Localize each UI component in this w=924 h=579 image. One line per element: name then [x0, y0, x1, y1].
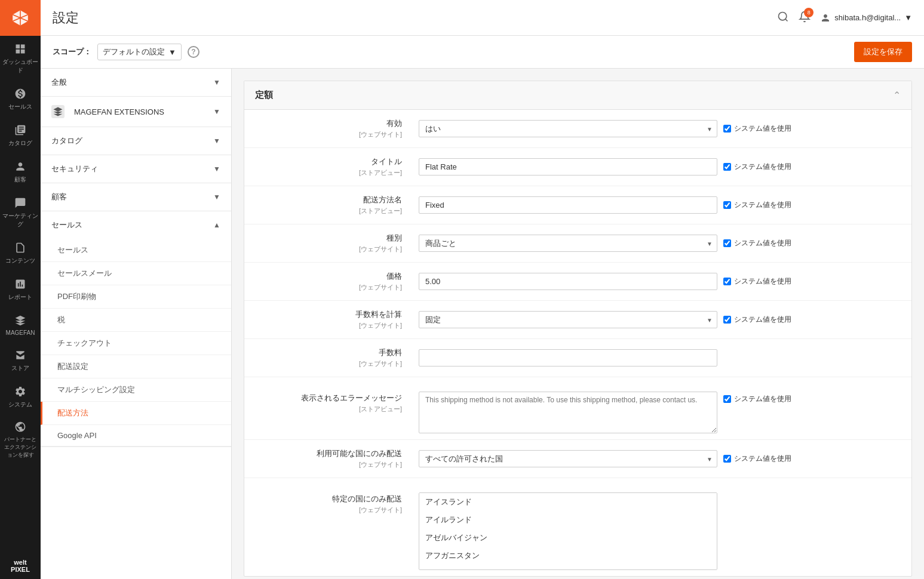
system-value-method-name-checkbox[interactable]	[723, 201, 731, 209]
section-toggle-button[interactable]: ⌃	[893, 90, 901, 101]
form-label-ship-applicable: 利用可能な国にのみ配送 [ウェブサイト]	[244, 440, 412, 478]
method-name-input[interactable]	[419, 196, 717, 214]
list-item[interactable]: アフガニスタン	[419, 547, 717, 565]
system-value-method-name[interactable]: システム値を使用	[723, 200, 791, 210]
type-select-wrap: 商品ごと 注文ごと ▼	[419, 235, 717, 252]
svg-rect-0	[16, 45, 20, 49]
sidebar-item-system[interactable]: システム	[0, 378, 41, 415]
form-field-handling-fee	[412, 339, 911, 377]
welt-logo: weltPIXEL	[11, 559, 30, 573]
svg-rect-1	[21, 45, 25, 49]
list-item[interactable]: アゼルバイジャン	[419, 529, 717, 547]
form-row-enabled: 有効 [ウェブサイト] はい いいえ ▼	[244, 110, 911, 148]
store-icon	[12, 348, 29, 362]
form-row-title: タイトル [ストアビュー] システム値を使用	[244, 148, 911, 186]
sidebar-item-sales[interactable]: セールス	[0, 81, 41, 117]
chevron-down-icon: ▼	[213, 78, 220, 87]
sidebar-item-customer[interactable]: 顧客	[0, 153, 41, 190]
topbar-right: 8 shibata.h@digital... ▼	[777, 11, 912, 24]
user-menu[interactable]: shibata.h@digital... ▼	[820, 13, 912, 23]
nav-sub-sales[interactable]: セールス	[41, 239, 231, 262]
nav-sub-checkout[interactable]: チェックアウト	[41, 332, 231, 355]
content-icon	[12, 241, 29, 255]
form-row-method-name: 配送方法名 [ストアビュー] システム値を使用	[244, 186, 911, 224]
sidebar-item-content[interactable]: コンテンツ	[0, 235, 41, 271]
system-value-error-message-checkbox[interactable]	[723, 395, 731, 403]
system-value-type-checkbox[interactable]	[723, 239, 731, 247]
price-input[interactable]	[419, 273, 717, 290]
form-field-error-message: システム値を使用	[412, 384, 911, 439]
scope-label: スコープ：	[53, 47, 91, 57]
nav-section-general: 全般 ▼	[41, 69, 231, 97]
chevron-down-icon-4: ▼	[213, 165, 220, 173]
nav-sub-delivery-method[interactable]: 配送方法	[41, 402, 231, 425]
enabled-select[interactable]: はい いいえ	[419, 120, 717, 137]
system-value-calc-handling-checkbox[interactable]	[723, 316, 731, 324]
nav-sub-google-api[interactable]: Google API	[41, 425, 231, 446]
nav-section-catalog: カタログ ▼	[41, 127, 231, 155]
form-field-type: 商品ごと 注文ごと ▼ システム値を使用	[412, 224, 911, 262]
nav-sub-shipping-settings[interactable]: 配送設定	[41, 355, 231, 378]
scope-select[interactable]: デフォルトの設定 ▼	[97, 44, 182, 60]
search-icon[interactable]	[777, 11, 789, 24]
form-label-method-name: 配送方法名 [ストアビュー]	[244, 186, 412, 224]
error-message-textarea[interactable]	[419, 392, 717, 433]
system-value-error-message[interactable]: システム値を使用	[723, 394, 791, 404]
nav-section-security-header[interactable]: セキュリティ ▼	[41, 155, 231, 183]
nav-sub-sales-email[interactable]: セールスメール	[41, 262, 231, 285]
scope-bar: スコープ： デフォルトの設定 ▼ ? 設定を保存	[41, 36, 924, 69]
nav-section-sales-header[interactable]: セールス ▲	[41, 211, 231, 239]
system-value-price[interactable]: システム値を使用	[723, 276, 791, 287]
nav-section-magefan-header[interactable]: MAGEFAN EXTENSIONS ▼	[41, 97, 231, 127]
type-select[interactable]: 商品ごと 注文ごと	[419, 235, 717, 252]
nav-section-catalog-header[interactable]: カタログ ▼	[41, 127, 231, 155]
list-item[interactable]: アイスランド	[419, 493, 717, 511]
system-value-enabled-checkbox[interactable]	[723, 125, 731, 133]
save-button[interactable]: 設定を保存	[854, 42, 912, 62]
system-value-title-checkbox[interactable]	[723, 163, 731, 171]
sidebar-item-magefan[interactable]: MAGEFAN	[0, 307, 41, 342]
scope-help-icon[interactable]: ?	[188, 46, 199, 58]
sidebar-item-store[interactable]: ストア	[0, 342, 41, 378]
nav-sub-multishipping[interactable]: マルチシッピング設定	[41, 378, 231, 402]
sidebar-item-catalog[interactable]: カタログ	[0, 117, 41, 153]
system-value-ship-applicable-checkbox[interactable]	[723, 455, 731, 463]
system-value-title[interactable]: システム値を使用	[723, 162, 791, 172]
nav-section-security-label: セキュリティ	[51, 164, 98, 174]
section-title: 定額	[255, 90, 273, 101]
list-item[interactable]: アメリカ合衆国	[419, 565, 717, 570]
system-value-enabled[interactable]: システム値を使用	[723, 124, 791, 134]
form-label-type: 種別 [ウェブサイト]	[244, 224, 412, 262]
sidebar: ダッシュボード セールス カタログ 顧客 マーケティング コンテンツ	[0, 0, 41, 579]
ship-applicable-select[interactable]: すべての許可された国 特定の国	[419, 450, 717, 467]
nav-sub-pdf-print[interactable]: PDF印刷物	[41, 285, 231, 309]
system-value-type[interactable]: システム値を使用	[723, 238, 791, 248]
notifications-button[interactable]: 8	[799, 11, 811, 24]
catalog-icon	[12, 123, 29, 137]
nav-section-general-header[interactable]: 全般 ▼	[41, 69, 231, 96]
sidebar-item-partner[interactable]: パートナーとエクステンションを探す	[0, 415, 41, 464]
form-field-price: システム値を使用	[412, 263, 911, 300]
scope-left: スコープ： デフォルトの設定 ▼ ?	[53, 44, 199, 60]
sidebar-item-reports[interactable]: レポート	[0, 271, 41, 307]
form-field-enabled: はい いいえ ▼ システム値を使用	[412, 110, 911, 147]
nav-sub-tax[interactable]: 税	[41, 309, 231, 332]
section-header: 定額 ⌃	[244, 81, 911, 110]
sidebar-logo[interactable]	[0, 0, 41, 36]
form-label-error-message: 表示されるエラーメッセージ [ストアビュー]	[244, 384, 412, 422]
country-listbox[interactable]: アイスランド アイルランド アゼルバイジャン アフガニスタン アメリカ合衆国 ア…	[419, 492, 717, 570]
system-value-price-checkbox[interactable]	[723, 278, 731, 285]
form-label-price: 価格 [ウェブサイト]	[244, 263, 412, 300]
list-item[interactable]: アイルランド	[419, 511, 717, 529]
calc-handling-select[interactable]: 固定 パーセント	[419, 311, 717, 328]
title-input[interactable]	[419, 158, 717, 175]
system-value-ship-applicable[interactable]: システム値を使用	[723, 454, 791, 464]
form-row-ship-specific: 特定の国にのみ配送 [ウェブサイト] アイスランド アイルランド アゼルバイジャ…	[244, 478, 911, 576]
sidebar-item-dashboard[interactable]: ダッシュボード	[0, 36, 41, 81]
handling-fee-input[interactable]	[419, 349, 717, 367]
form-row-error-message: 表示されるエラーメッセージ [ストアビュー] システム値を使用	[244, 377, 911, 440]
nav-section-customer-header[interactable]: 顧客 ▼	[41, 183, 231, 211]
right-content: 定額 ⌃ 有効 [ウェブサイト] はい いいえ	[232, 69, 924, 579]
system-value-calc-handling[interactable]: システム値を使用	[723, 315, 791, 325]
sidebar-item-marketing[interactable]: マーケティング	[0, 190, 41, 235]
